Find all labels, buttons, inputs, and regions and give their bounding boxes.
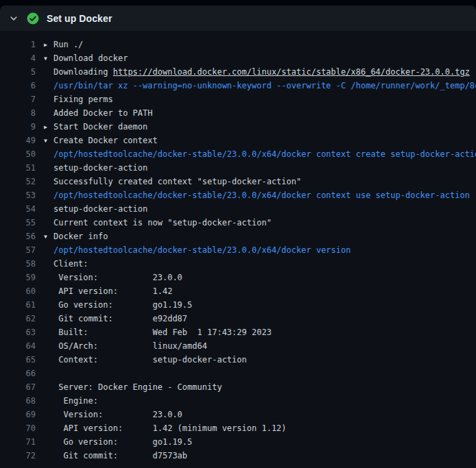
log-lines: 1▶Run ./4▼Download docker5Downloading ht… [0, 38, 476, 463]
line-number[interactable]: 68 [0, 394, 36, 408]
line-number[interactable]: 62 [0, 312, 36, 325]
log-line-content: Go version: go1.19.5 [36, 435, 192, 449]
log-line-content[interactable]: ▶Run ./ [36, 38, 83, 51]
log-row: 6/usr/bin/tar xz --warning=no-unknown-ke… [0, 79, 476, 93]
log-line-content[interactable]: ▼Docker info [36, 230, 108, 243]
log-line-content: API version: 1.42 (minimum version 1.12) [36, 421, 287, 435]
log-body: 1▶Run ./4▼Download docker5Downloading ht… [0, 31, 476, 468]
log-text: Server: Docker Engine - Community [53, 382, 222, 392]
line-number[interactable]: 64 [0, 339, 36, 353]
line-number[interactable]: 5 [0, 65, 36, 79]
log-group-row[interactable]: 9▶Start Docker daemon [0, 120, 476, 134]
line-number[interactable]: 54 [0, 202, 36, 216]
log-line-content: Added Docker to PATH [36, 106, 153, 120]
line-number[interactable]: 50 [0, 147, 36, 161]
log-row: 71 Go version: go1.19.5 [0, 435, 476, 449]
log-text: Go version: go1.19.5 [53, 437, 192, 447]
line-number[interactable]: 53 [0, 188, 36, 202]
line-number[interactable]: 71 [0, 435, 36, 449]
log-text: Go version: go1.19.5 [53, 300, 192, 310]
log-row: 68 Engine: [0, 394, 476, 408]
log-text: Built: Wed Feb 1 17:43:29 2023 [53, 328, 272, 337]
log-line-content: Context: setup-docker-action [36, 353, 247, 367]
expand-arrow-icon[interactable]: ▶ [44, 121, 53, 134]
line-number[interactable]: 72 [0, 449, 36, 463]
line-number[interactable]: 55 [0, 216, 36, 230]
log-text: Download docker [53, 53, 128, 63]
line-number[interactable]: 49 [0, 134, 36, 147]
line-number[interactable]: 58 [0, 257, 36, 271]
log-text: Start Docker daemon [53, 122, 147, 132]
log-row: 8Added Docker to PATH [0, 106, 476, 120]
log-row: 5Downloading https://download.docker.com… [0, 65, 476, 79]
log-line-content: Downloading https://download.docker.com/… [36, 65, 470, 79]
line-number[interactable]: 7 [0, 93, 36, 106]
line-number[interactable]: 63 [0, 325, 36, 339]
log-row: 52Successfully created context "setup-do… [0, 175, 476, 188]
log-line-content[interactable]: ▼Create Docker context [36, 134, 158, 147]
log-line-content: /opt/hostedtoolcache/docker-stable/23.0.… [36, 243, 350, 257]
log-text: Version: 23.0.0 [53, 410, 182, 419]
line-number[interactable]: 69 [0, 408, 36, 421]
log-line-content: Git commit: d7573ab [36, 449, 187, 463]
log-text: setup-docker-action [53, 163, 147, 173]
log-text: Git commit: d7573ab [53, 451, 187, 460]
log-text: Added Docker to PATH [53, 108, 153, 118]
log-line-content: Client: [36, 257, 88, 271]
log-group-row[interactable]: 49▼Create Docker context [0, 134, 476, 147]
log-group-row[interactable]: 1▶Run ./ [0, 38, 476, 51]
line-number[interactable]: 67 [0, 380, 36, 394]
log-command-text: /opt/hostedtoolcache/docker-stable/23.0.… [53, 190, 470, 200]
log-text: Current context is now "setup-docker-act… [53, 218, 272, 227]
log-link[interactable]: https://download.docker.com/linux/static… [113, 67, 470, 77]
log-line-content[interactable]: ▼Download docker [36, 51, 128, 65]
log-line-content: OS/Arch: linux/amd64 [36, 339, 207, 353]
line-number[interactable]: 1 [0, 38, 36, 51]
expand-arrow-icon[interactable]: ▶ [44, 38, 53, 51]
log-line-content: Current context is now "setup-docker-act… [36, 216, 272, 230]
collapse-arrow-icon[interactable]: ▼ [44, 52, 53, 65]
line-number[interactable]: 61 [0, 298, 36, 312]
line-number[interactable]: 51 [0, 161, 36, 175]
log-row: 65 Context: setup-docker-action [0, 353, 476, 367]
log-line-content: /opt/hostedtoolcache/docker-stable/23.0.… [36, 188, 470, 202]
log-line-content: Server: Docker Engine - Community [36, 380, 222, 394]
line-number[interactable]: 8 [0, 106, 36, 120]
line-number[interactable]: 9 [0, 120, 36, 134]
log-line-content: /usr/bin/tar xz --warning=no-unknown-key… [36, 79, 476, 93]
line-number[interactable]: 70 [0, 421, 36, 435]
line-number[interactable]: 52 [0, 175, 36, 188]
chevron-down-icon[interactable] [8, 13, 19, 24]
log-line-content: Git commit: e92dd87 [36, 312, 187, 325]
step-header[interactable]: Set up Docker [0, 5, 476, 31]
log-line-content: API version: 1.42 [36, 284, 172, 298]
line-number[interactable]: 66 [0, 367, 36, 380]
line-number[interactable]: 59 [0, 271, 36, 284]
log-group-row[interactable]: 4▼Download docker [0, 51, 476, 65]
log-line-content: setup-docker-action [36, 161, 147, 175]
log-text: Downloading [53, 67, 113, 77]
collapse-arrow-icon[interactable]: ▼ [44, 230, 53, 243]
line-number[interactable]: 6 [0, 79, 36, 93]
step-title: Set up Docker [47, 13, 112, 24]
log-text: API version: 1.42 [53, 286, 172, 296]
line-number[interactable]: 4 [0, 51, 36, 65]
log-text: Successfully created context "setup-dock… [53, 177, 301, 186]
log-text: Create Docker context [53, 136, 158, 145]
log-text: Context: setup-docker-action [53, 355, 247, 365]
log-row: 58Client: [0, 257, 476, 271]
log-row: 53/opt/hostedtoolcache/docker-stable/23.… [0, 188, 476, 202]
line-number[interactable]: 56 [0, 230, 36, 243]
line-number[interactable]: 60 [0, 284, 36, 298]
log-group-row[interactable]: 56▼Docker info [0, 230, 476, 243]
log-row: 51setup-docker-action [0, 161, 476, 175]
log-command-text: /usr/bin/tar xz --warning=no-unknown-key… [53, 81, 476, 90]
collapse-arrow-icon[interactable]: ▼ [44, 134, 53, 147]
log-command-text: /opt/hostedtoolcache/docker-stable/23.0.… [53, 245, 350, 255]
line-number[interactable]: 65 [0, 353, 36, 367]
log-row: 69 Version: 23.0.0 [0, 408, 476, 421]
log-line-content[interactable]: ▶Start Docker daemon [36, 120, 147, 134]
log-line-content [36, 367, 53, 380]
line-number[interactable]: 57 [0, 243, 36, 257]
log-row: 7Fixing perms [0, 93, 476, 106]
